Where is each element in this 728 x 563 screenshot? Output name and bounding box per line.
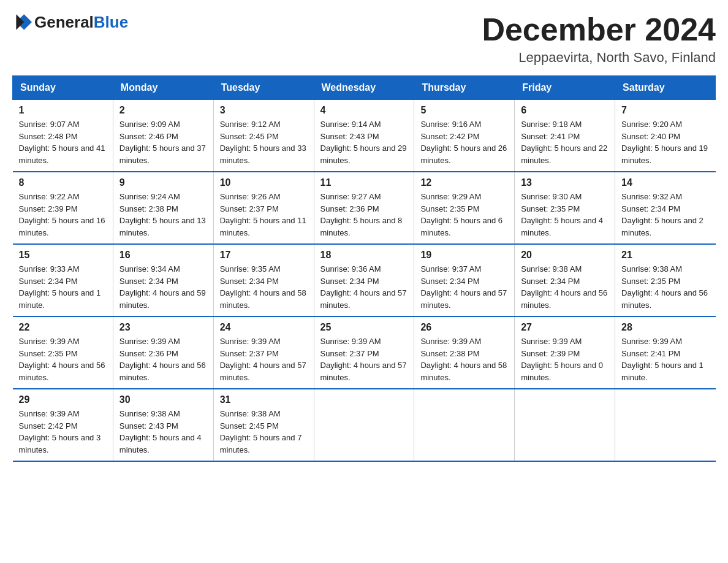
calendar-day-cell: 22 Sunrise: 9:39 AM Sunset: 2:35 PM Dayl… — [13, 316, 113, 389]
day-number: 27 — [521, 322, 609, 333]
day-number: 30 — [119, 394, 207, 405]
day-number: 18 — [320, 250, 408, 261]
weekday-header-saturday: Saturday — [615, 76, 716, 100]
day-number: 20 — [521, 250, 609, 261]
day-number: 28 — [621, 322, 709, 333]
calendar-day-cell: 7 Sunrise: 9:20 AM Sunset: 2:40 PM Dayli… — [615, 100, 716, 172]
calendar-day-cell: 9 Sunrise: 9:24 AM Sunset: 2:38 PM Dayli… — [113, 172, 213, 244]
day-number: 25 — [320, 322, 408, 333]
day-info: Sunrise: 9:39 AM Sunset: 2:37 PM Dayligh… — [320, 335, 408, 383]
calendar-week-row: 8 Sunrise: 9:22 AM Sunset: 2:39 PM Dayli… — [13, 172, 716, 244]
day-info: Sunrise: 9:36 AM Sunset: 2:34 PM Dayligh… — [320, 263, 408, 311]
day-info: Sunrise: 9:37 AM Sunset: 2:34 PM Dayligh… — [420, 263, 508, 311]
calendar-day-cell: 1 Sunrise: 9:07 AM Sunset: 2:48 PM Dayli… — [13, 100, 113, 172]
logo-text-general: General — [34, 13, 94, 31]
calendar-day-cell: 28 Sunrise: 9:39 AM Sunset: 2:41 PM Dayl… — [615, 316, 716, 389]
day-info: Sunrise: 9:39 AM Sunset: 2:38 PM Dayligh… — [420, 335, 508, 383]
calendar-day-cell: 26 Sunrise: 9:39 AM Sunset: 2:38 PM Dayl… — [414, 316, 515, 389]
calendar-day-cell: 29 Sunrise: 9:39 AM Sunset: 2:42 PM Dayl… — [13, 389, 113, 461]
day-number: 24 — [220, 322, 308, 333]
calendar-day-cell: 3 Sunrise: 9:12 AM Sunset: 2:45 PM Dayli… — [213, 100, 314, 172]
day-info: Sunrise: 9:38 AM Sunset: 2:35 PM Dayligh… — [621, 263, 709, 311]
calendar-day-cell: 8 Sunrise: 9:22 AM Sunset: 2:39 PM Dayli… — [13, 172, 113, 244]
calendar-body: 1 Sunrise: 9:07 AM Sunset: 2:48 PM Dayli… — [13, 100, 716, 462]
day-number: 6 — [521, 105, 609, 116]
day-number: 16 — [119, 250, 207, 261]
day-number: 4 — [320, 105, 408, 116]
month-title: December 2024 — [482, 12, 716, 47]
calendar-table: SundayMondayTuesdayWednesdayThursdayFrid… — [12, 75, 716, 462]
calendar-day-cell: 27 Sunrise: 9:39 AM Sunset: 2:39 PM Dayl… — [515, 316, 615, 389]
day-info: Sunrise: 9:27 AM Sunset: 2:36 PM Dayligh… — [320, 191, 408, 239]
calendar-day-cell: 24 Sunrise: 9:39 AM Sunset: 2:37 PM Dayl… — [213, 316, 314, 389]
day-number: 29 — [19, 394, 107, 405]
calendar-day-cell: 2 Sunrise: 9:09 AM Sunset: 2:46 PM Dayli… — [113, 100, 213, 172]
calendar-week-row: 22 Sunrise: 9:39 AM Sunset: 2:35 PM Dayl… — [13, 316, 716, 389]
day-info: Sunrise: 9:24 AM Sunset: 2:38 PM Dayligh… — [119, 191, 207, 239]
day-number: 13 — [521, 177, 609, 188]
day-info: Sunrise: 9:39 AM Sunset: 2:39 PM Dayligh… — [521, 335, 609, 383]
day-info: Sunrise: 9:20 AM Sunset: 2:40 PM Dayligh… — [621, 118, 709, 166]
calendar-day-cell: 18 Sunrise: 9:36 AM Sunset: 2:34 PM Dayl… — [314, 244, 414, 316]
calendar-day-cell: 5 Sunrise: 9:16 AM Sunset: 2:42 PM Dayli… — [414, 100, 515, 172]
calendar-day-cell: 31 Sunrise: 9:38 AM Sunset: 2:45 PM Dayl… — [213, 389, 314, 461]
day-info: Sunrise: 9:39 AM Sunset: 2:42 PM Dayligh… — [19, 408, 107, 456]
calendar-day-cell: 13 Sunrise: 9:30 AM Sunset: 2:35 PM Dayl… — [515, 172, 615, 244]
day-info: Sunrise: 9:38 AM Sunset: 2:34 PM Dayligh… — [521, 263, 609, 311]
calendar-day-cell: 19 Sunrise: 9:37 AM Sunset: 2:34 PM Dayl… — [414, 244, 515, 316]
day-number: 26 — [420, 322, 508, 333]
calendar-day-cell: 12 Sunrise: 9:29 AM Sunset: 2:35 PM Dayl… — [414, 172, 515, 244]
weekday-row: SundayMondayTuesdayWednesdayThursdayFrid… — [13, 76, 716, 100]
day-number: 23 — [119, 322, 207, 333]
day-info: Sunrise: 9:12 AM Sunset: 2:45 PM Dayligh… — [220, 118, 308, 166]
day-number: 31 — [220, 394, 308, 405]
weekday-header-thursday: Thursday — [414, 76, 515, 100]
day-number: 9 — [119, 177, 207, 188]
calendar-week-row: 1 Sunrise: 9:07 AM Sunset: 2:48 PM Dayli… — [13, 100, 716, 172]
logo-text-blue: Blue — [94, 13, 128, 31]
calendar-day-cell: 16 Sunrise: 9:34 AM Sunset: 2:34 PM Dayl… — [113, 244, 213, 316]
calendar-day-cell: 17 Sunrise: 9:35 AM Sunset: 2:34 PM Dayl… — [213, 244, 314, 316]
calendar-day-cell: 21 Sunrise: 9:38 AM Sunset: 2:35 PM Dayl… — [615, 244, 716, 316]
day-number: 5 — [420, 105, 508, 116]
calendar-week-row: 15 Sunrise: 9:33 AM Sunset: 2:34 PM Dayl… — [13, 244, 716, 316]
day-info: Sunrise: 9:39 AM Sunset: 2:41 PM Dayligh… — [621, 335, 709, 383]
calendar-day-cell: 20 Sunrise: 9:38 AM Sunset: 2:34 PM Dayl… — [515, 244, 615, 316]
calendar-day-cell: 30 Sunrise: 9:38 AM Sunset: 2:43 PM Dayl… — [113, 389, 213, 461]
calendar-day-cell: 25 Sunrise: 9:39 AM Sunset: 2:37 PM Dayl… — [314, 316, 414, 389]
calendar-day-cell — [414, 389, 515, 461]
day-info: Sunrise: 9:07 AM Sunset: 2:48 PM Dayligh… — [19, 118, 107, 166]
weekday-header-sunday: Sunday — [13, 76, 113, 100]
calendar-day-cell — [615, 389, 716, 461]
day-info: Sunrise: 9:18 AM Sunset: 2:41 PM Dayligh… — [521, 118, 609, 166]
calendar-day-cell: 23 Sunrise: 9:39 AM Sunset: 2:36 PM Dayl… — [113, 316, 213, 389]
day-number: 14 — [621, 177, 709, 188]
day-info: Sunrise: 9:22 AM Sunset: 2:39 PM Dayligh… — [19, 191, 107, 239]
day-number: 3 — [220, 105, 308, 116]
calendar-day-cell: 4 Sunrise: 9:14 AM Sunset: 2:43 PM Dayli… — [314, 100, 414, 172]
location-subtitle: Leppaevirta, North Savo, Finland — [482, 50, 716, 66]
day-info: Sunrise: 9:26 AM Sunset: 2:37 PM Dayligh… — [220, 191, 308, 239]
day-info: Sunrise: 9:38 AM Sunset: 2:43 PM Dayligh… — [119, 408, 207, 456]
day-number: 15 — [19, 250, 107, 261]
calendar-day-cell: 11 Sunrise: 9:27 AM Sunset: 2:36 PM Dayl… — [314, 172, 414, 244]
weekday-header-wednesday: Wednesday — [314, 76, 414, 100]
day-number: 7 — [621, 105, 709, 116]
day-number: 12 — [420, 177, 508, 188]
day-info: Sunrise: 9:16 AM Sunset: 2:42 PM Dayligh… — [420, 118, 508, 166]
title-section: December 2024 Leppaevirta, North Savo, F… — [482, 12, 716, 66]
day-number: 17 — [220, 250, 308, 261]
calendar-day-cell — [515, 389, 615, 461]
day-info: Sunrise: 9:39 AM Sunset: 2:37 PM Dayligh… — [220, 335, 308, 383]
logo-icon — [12, 12, 32, 32]
weekday-header-tuesday: Tuesday — [213, 76, 314, 100]
calendar-day-cell: 14 Sunrise: 9:32 AM Sunset: 2:34 PM Dayl… — [615, 172, 716, 244]
calendar-header: SundayMondayTuesdayWednesdayThursdayFrid… — [13, 76, 716, 100]
day-number: 1 — [19, 105, 107, 116]
calendar-day-cell: 10 Sunrise: 9:26 AM Sunset: 2:37 PM Dayl… — [213, 172, 314, 244]
day-number: 22 — [19, 322, 107, 333]
day-info: Sunrise: 9:34 AM Sunset: 2:34 PM Dayligh… — [119, 263, 207, 311]
day-info: Sunrise: 9:32 AM Sunset: 2:34 PM Dayligh… — [621, 191, 709, 239]
weekday-header-friday: Friday — [515, 76, 615, 100]
day-number: 10 — [220, 177, 308, 188]
